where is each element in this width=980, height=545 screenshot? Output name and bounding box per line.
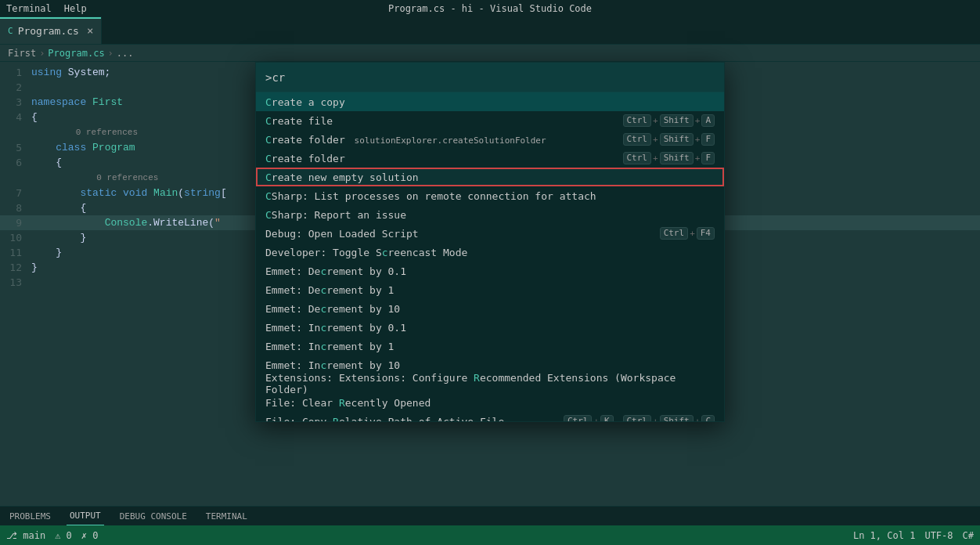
command-item-emmet-decrement-10[interactable]: Emmet: Decrement by 10 (256, 299, 724, 318)
command-item-emmet-decrement-1[interactable]: Emmet: Decrement by 1 (256, 280, 724, 299)
main-area: 1 using System; 2 3 namespace First 4 { … (0, 62, 980, 525)
command-list[interactable]: Create a copy Create file Ctrl + Shift +… (256, 92, 724, 421)
command-item-developer-toggle[interactable]: Developer: Toggle Screencast Mode (256, 243, 724, 262)
command-item-file-clear-recently[interactable]: File: Clear Recently Opened (256, 393, 724, 412)
breadcrumb-first[interactable]: First (8, 48, 36, 59)
breadcrumb-program-cs[interactable]: Program.cs (48, 48, 104, 59)
status-branch[interactable]: ⎇ main (6, 530, 45, 541)
breadcrumb: First › Program.cs › ... (0, 45, 980, 62)
command-item-create-file[interactable]: Create file Ctrl + Shift + A (256, 111, 724, 130)
status-bar: ⎇ main ⚠ 0 ✗ 0 Ln 1, Col 1 UTF-8 C# (0, 525, 980, 545)
command-palette-overlay[interactable]: Create a copy Create file Ctrl + Shift +… (0, 62, 980, 525)
tab-label: Program.cs (18, 25, 79, 37)
tab-bar: C Program.cs × (0, 17, 980, 45)
editor-tab-program-cs[interactable]: C Program.cs × (0, 16, 102, 44)
command-item-debug-open-loaded[interactable]: Debug: Open Loaded Script Ctrl + F4 (256, 224, 724, 243)
command-item-extensions-configure[interactable]: Extensions: Extensions: Configure Recomm… (256, 374, 724, 393)
csharp-file-icon: C (8, 26, 13, 36)
command-item-csharp-list-processes[interactable]: CSharp: List processes on remote connect… (256, 186, 724, 205)
command-item-emmet-increment-1[interactable]: Emmet: Increment by 1 (256, 337, 724, 356)
command-palette-input[interactable] (256, 63, 724, 92)
command-item-emmet-increment-01[interactable]: Emmet: Increment by 0.1 (256, 318, 724, 337)
command-palette: Create a copy Create file Ctrl + Shift +… (255, 62, 725, 422)
breadcrumb-ellipsis[interactable]: ... (117, 48, 134, 59)
command-item-create-new-empty-solution[interactable]: Create new empty solution (256, 168, 724, 186)
breadcrumb-sep-1: › (39, 48, 45, 59)
menu-bar[interactable]: Terminal Help (0, 3, 93, 14)
command-item-create-folder-2[interactable]: Create folder Ctrl + Shift + F (256, 149, 724, 168)
status-warnings: ⚠ 0 (55, 530, 72, 541)
menu-terminal[interactable]: Terminal (0, 3, 58, 14)
tab-close-button[interactable]: × (87, 24, 93, 37)
menu-help[interactable]: Help (58, 3, 93, 14)
command-item-emmet-decrement-01[interactable]: Emmet: Decrement by 0.1 (256, 262, 724, 280)
window-title: Program.cs - hi - Visual Studio Code (388, 3, 592, 14)
status-language: C# (963, 530, 974, 541)
status-position: Ln 1, Col 1 (853, 530, 915, 541)
command-item-create-copy[interactable]: Create a copy (256, 92, 724, 111)
command-item-file-copy-relative[interactable]: File: Copy Relative Path of Active File … (256, 412, 724, 421)
command-item-create-folder-1[interactable]: Create folder solutionExplorer.createSol… (256, 130, 724, 149)
status-errors: ✗ 0 (81, 530, 99, 541)
breadcrumb-sep-2: › (108, 48, 113, 59)
title-bar: Terminal Help Program.cs - hi - Visual S… (0, 0, 980, 17)
status-encoding: UTF-8 (924, 530, 953, 541)
command-item-csharp-report[interactable]: CSharp: Report an issue (256, 205, 724, 224)
